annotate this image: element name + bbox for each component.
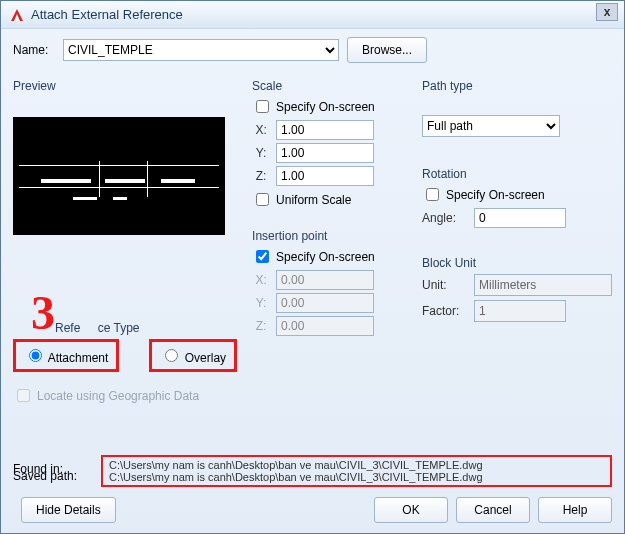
rotation-label: Rotation	[422, 167, 612, 181]
attachment-radio-box: Attachment	[13, 339, 119, 372]
found-in-value: C:\Users\my nam is canh\Desktop\ban ve m…	[109, 459, 604, 471]
insert-x-input	[276, 270, 374, 290]
saved-path-label: Saved path:	[13, 469, 77, 483]
scale-x-label: X:	[252, 123, 270, 137]
insert-y-label: Y:	[252, 296, 270, 310]
button-bar: Hide Details OK Cancel Help	[13, 497, 612, 523]
overlay-label: Overlay	[185, 351, 226, 365]
app-logo-icon	[9, 7, 25, 23]
scale-specify-checkbox[interactable]	[256, 100, 269, 113]
insert-z-label: Z:	[252, 319, 270, 333]
scale-group: Scale Specify On-screen X: Y: Z: Uniform…	[252, 73, 408, 213]
dialog-window: Attach External Reference x Name: CIVIL_…	[0, 0, 625, 534]
scale-y-input[interactable]	[276, 143, 374, 163]
preview-image	[13, 117, 225, 235]
insert-z-input	[276, 316, 374, 336]
scale-y-label: Y:	[252, 146, 270, 160]
insertion-group: Insertion point Specify On-screen X: Y: …	[252, 223, 408, 339]
name-row: Name: CIVIL_TEMPLE Browse...	[13, 37, 612, 63]
ok-button[interactable]: OK	[374, 497, 448, 523]
hide-details-button[interactable]: Hide Details	[21, 497, 116, 523]
scale-z-input[interactable]	[276, 166, 374, 186]
name-label: Name:	[13, 43, 55, 57]
geo-checkbox	[17, 389, 30, 402]
scale-x-input[interactable]	[276, 120, 374, 140]
pathtype-group: Path type Full path	[422, 73, 612, 137]
insert-x-label: X:	[252, 273, 270, 287]
help-button[interactable]: Help	[538, 497, 612, 523]
scale-specify-label: Specify On-screen	[276, 100, 375, 114]
overlay-radio-box: Overlay	[149, 339, 237, 372]
unit-label: Unit:	[422, 278, 466, 292]
scale-label: Scale	[252, 79, 408, 93]
uniform-scale-label: Uniform Scale	[276, 193, 351, 207]
unit-value: Millimeters	[474, 274, 612, 296]
name-select[interactable]: CIVIL_TEMPLE	[63, 39, 339, 61]
pathtype-select[interactable]: Full path	[422, 115, 560, 137]
insertion-label: Insertion point	[252, 229, 408, 243]
insert-y-input	[276, 293, 374, 313]
insertion-specify-checkbox[interactable]	[256, 250, 269, 263]
uniform-scale-checkbox[interactable]	[256, 193, 269, 206]
window-title: Attach External Reference	[31, 7, 616, 22]
rotation-group: Rotation Specify On-screen Angle:	[422, 161, 612, 232]
angle-label: Angle:	[422, 211, 466, 225]
scale-z-label: Z:	[252, 169, 270, 183]
cancel-button[interactable]: Cancel	[456, 497, 530, 523]
geo-label: Locate using Geographic Data	[37, 389, 199, 403]
factor-label: Factor:	[422, 304, 466, 318]
factor-value: 1	[474, 300, 566, 322]
browse-button[interactable]: Browse...	[347, 37, 427, 63]
rotation-specify-checkbox[interactable]	[426, 188, 439, 201]
reference-type-label: Reference Type	[55, 321, 238, 335]
preview-label: Preview	[13, 79, 238, 93]
close-button[interactable]: x	[596, 3, 618, 21]
blockunit-group: Block Unit Unit:Millimeters Factor:1	[422, 250, 612, 326]
rotation-specify-label: Specify On-screen	[446, 188, 545, 202]
overlay-radio[interactable]	[165, 349, 178, 362]
pathtype-label: Path type	[422, 79, 612, 93]
saved-path-value: C:\Users\my nam is canh\Desktop\ban ve m…	[109, 471, 604, 483]
annotation-step-3: 3	[31, 289, 55, 337]
angle-input[interactable]	[474, 208, 566, 228]
dialog-content: Name: CIVIL_TEMPLE Browse... Preview	[1, 29, 624, 533]
attachment-label: Attachment	[48, 351, 109, 365]
attachment-radio[interactable]	[29, 349, 42, 362]
titlebar: Attach External Reference	[1, 1, 624, 29]
insertion-specify-label: Specify On-screen	[276, 250, 375, 264]
blockunit-label: Block Unit	[422, 256, 612, 270]
